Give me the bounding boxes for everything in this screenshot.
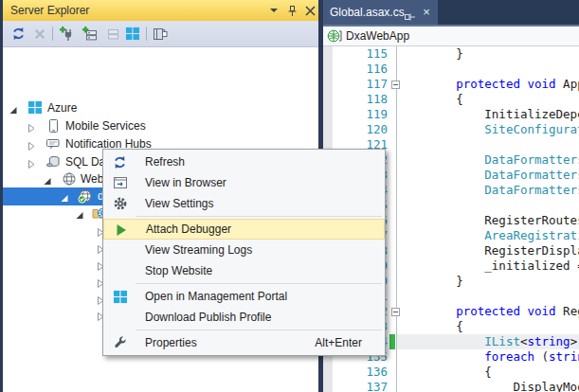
menu-item-view-streaming-logs[interactable]: View Streaming Logs xyxy=(103,240,385,260)
code-text: protected void Reg xyxy=(399,304,579,319)
line-number: 119 xyxy=(333,107,388,122)
code-text: InitializeDepe xyxy=(399,107,579,122)
server-explorer-titlebar[interactable]: Server Explorer xyxy=(3,0,318,21)
menu-separator xyxy=(136,283,382,284)
expander-expanded-icon[interactable] xyxy=(43,174,58,186)
close-icon[interactable] xyxy=(302,3,317,18)
code-line-118: 118 { xyxy=(323,92,579,107)
code-text: IList<string> xyxy=(399,334,577,349)
menu-item-label: Properties xyxy=(145,332,197,353)
menu-item-view-in-browser[interactable]: View in Browser xyxy=(103,172,385,193)
code-text: { xyxy=(399,365,492,380)
tree-item-mobile-services[interactable]: Mobile Services xyxy=(3,117,318,135)
code-text: AreaRegistrati xyxy=(399,228,579,243)
expander-expanded-icon[interactable] xyxy=(60,191,75,203)
pin-icon[interactable] xyxy=(404,7,416,19)
azure-logo-button[interactable] xyxy=(124,26,141,42)
code-text: DataFormatters xyxy=(399,168,579,183)
connect-server-disabled-button[interactable] xyxy=(104,26,121,42)
menu-item-label: Download Publish Profile xyxy=(145,307,271,328)
code-line-137: 137 DisplayMod xyxy=(323,380,579,392)
tab-title: Global.asax.cs xyxy=(330,0,405,25)
gear-icon xyxy=(112,196,128,211)
code-text: foreach (strin xyxy=(399,349,579,365)
code-text: RegisterRoutes xyxy=(399,213,579,228)
server-explorer-toolbar xyxy=(3,21,318,47)
toolbar-separator xyxy=(52,27,53,41)
code-line-120: 120 SiteConfigurat xyxy=(323,122,579,137)
manage-connections-button[interactable] xyxy=(152,26,169,42)
wrench-icon xyxy=(112,335,128,350)
tab-global-asax-cs[interactable]: Global.asax.cs × xyxy=(323,0,438,25)
menu-item-open-in-management-portal[interactable]: Open in Management Portal xyxy=(103,286,385,307)
line-number: 116 xyxy=(333,62,388,77)
line-number: 136 xyxy=(333,365,388,380)
refresh-button[interactable] xyxy=(9,26,27,42)
code-text: _initialized = xyxy=(399,258,579,274)
menu-item-shortcut: Alt+Enter xyxy=(315,332,362,353)
menu-separator xyxy=(136,216,382,217)
code-text: { xyxy=(399,92,463,107)
pin-icon[interactable] xyxy=(284,3,299,18)
code-text: { xyxy=(399,319,463,334)
code-text: DataFormatters xyxy=(399,152,579,168)
azure-logo-icon xyxy=(27,100,43,116)
expander-expanded-icon[interactable] xyxy=(75,208,90,220)
window-position-caret-icon[interactable] xyxy=(266,3,281,18)
menu-item-label: View Settings xyxy=(145,193,214,214)
code-text: protected void App xyxy=(399,77,579,92)
tree-item-label: Azure xyxy=(47,99,77,117)
menu-separator xyxy=(136,330,382,330)
class-icon xyxy=(327,28,343,46)
menu-item-label: Refresh xyxy=(145,151,185,172)
toolbar-separator xyxy=(146,27,147,41)
context-menu: RefreshView in BrowserView SettingsAttac… xyxy=(102,149,386,356)
code-line-136: 136 { xyxy=(323,365,579,380)
stop-refresh-button[interactable] xyxy=(31,26,48,42)
play-icon xyxy=(113,223,129,238)
line-number: 118 xyxy=(333,92,388,107)
menu-item-properties[interactable]: PropertiesAlt+Enter xyxy=(103,332,385,353)
editor-navigation-bar[interactable]: DxaWebApp xyxy=(323,27,579,46)
change-tracking-bar xyxy=(389,334,395,349)
close-icon[interactable]: × xyxy=(420,0,433,25)
refresh-icon xyxy=(112,154,128,169)
expander-collapsed-icon[interactable] xyxy=(27,157,42,169)
menu-item-attach-debugger[interactable]: Attach Debugger xyxy=(103,219,385,240)
database-icon xyxy=(45,154,61,169)
menu-item-label: View in Browser xyxy=(145,172,226,193)
globe-icon xyxy=(62,171,77,187)
menu-item-label: Attach Debugger xyxy=(146,220,231,239)
code-text: SiteConfigurat xyxy=(399,122,579,137)
menu-item-label: Stop Website xyxy=(145,260,212,281)
notification-icon xyxy=(45,136,61,151)
browser-icon xyxy=(112,175,128,190)
azure-logo-icon xyxy=(112,289,128,304)
menu-item-refresh[interactable]: Refresh xyxy=(103,151,385,172)
tree-item-label: Mobile Services xyxy=(65,117,146,135)
expander-collapsed-icon[interactable] xyxy=(27,121,42,133)
globe-check-icon xyxy=(78,188,93,204)
line-number: 117 xyxy=(333,77,388,92)
line-number: 120 xyxy=(333,122,388,137)
expander-expanded-icon[interactable] xyxy=(9,103,24,115)
tree-item-azure[interactable]: Azure xyxy=(3,99,318,117)
document-tab-strip: Global.asax.cs × xyxy=(323,0,579,25)
menu-item-view-settings[interactable]: View Settings xyxy=(103,193,385,214)
menu-item-label: View Streaming Logs xyxy=(145,240,252,260)
navbar-type-name: DxaWebApp xyxy=(346,27,409,45)
line-number: 115 xyxy=(333,46,388,62)
connect-server-button[interactable] xyxy=(81,26,99,42)
menu-item-download-publish-profile[interactable]: Download Publish Profile xyxy=(103,307,385,328)
code-line-117: 117 protected void App xyxy=(323,77,579,92)
code-text: } xyxy=(399,46,463,62)
code-text: DataFormatters xyxy=(399,183,579,198)
connect-data-source-button[interactable] xyxy=(59,26,76,42)
mobile-icon xyxy=(45,118,61,134)
code-text: RegisterDispla xyxy=(399,243,579,258)
code-text: DisplayMod xyxy=(399,380,579,392)
menu-item-stop-website[interactable]: Stop Website xyxy=(103,260,385,281)
code-line-115: 115 } xyxy=(323,46,579,62)
code-line-116: 116 xyxy=(323,62,579,77)
expander-collapsed-icon[interactable] xyxy=(27,139,42,151)
